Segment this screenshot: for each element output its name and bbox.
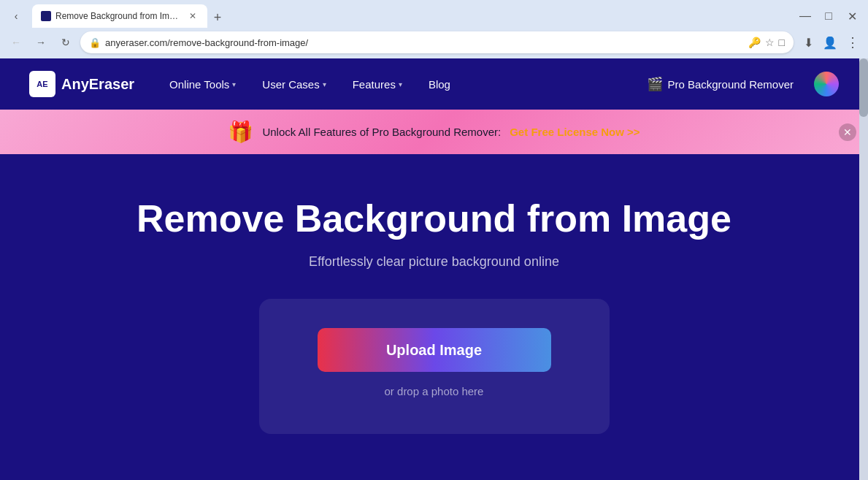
maximize-button[interactable]: □	[818, 6, 839, 26]
forward-button[interactable]: →	[31, 32, 51, 53]
close-button[interactable]: ✕	[842, 6, 862, 26]
hero-subtitle: Effortlessly clear picture background on…	[309, 254, 559, 270]
banner-text: Unlock All Features of Pro Background Re…	[262, 126, 501, 138]
address-icons: 🔑 ☆ □	[748, 37, 785, 48]
brand-name: AnyEraser	[61, 76, 134, 93]
tab-title: Remove Background from Imag...	[55, 11, 183, 21]
bookmark-icon: ☆	[765, 37, 775, 48]
gift-icon: 🎁	[228, 120, 253, 144]
navbar: AE AnyEraser Online Tools ▾ User Cases ▾…	[0, 58, 868, 110]
toolbar-icons: ⬇ 👤 ⋮	[798, 32, 862, 53]
tab-history-button[interactable]: ‹	[6, 6, 26, 26]
address-bar[interactable]: 🔒 anyeraser.com/remove-background-from-i…	[80, 31, 794, 53]
nav-online-tools[interactable]: Online Tools ▾	[164, 75, 242, 94]
upload-area[interactable]: Upload Image or drop a photo here	[259, 299, 610, 434]
logo[interactable]: AE AnyEraser	[29, 71, 134, 97]
nav-features[interactable]: Features ▾	[347, 75, 408, 94]
menu-button[interactable]: ⋮	[842, 32, 862, 53]
tab-favicon	[41, 11, 51, 21]
profile-button[interactable]: 👤	[820, 32, 840, 53]
scrollbar[interactable]	[859, 58, 868, 480]
new-tab-button[interactable]: +	[207, 7, 228, 28]
drop-text: or drop a photo here	[385, 385, 484, 397]
promo-banner: 🎁 Unlock All Features of Pro Background …	[0, 110, 868, 154]
password-icon: 🔑	[748, 37, 761, 48]
url-text: anyeraser.com/remove-background-from-ima…	[105, 37, 744, 48]
chevron-down-icon: ▾	[232, 80, 236, 88]
refresh-button[interactable]: ↻	[55, 32, 76, 53]
upload-image-button[interactable]: Upload Image	[318, 328, 551, 372]
minimize-button[interactable]: —	[795, 6, 815, 26]
scrollbar-thumb[interactable]	[859, 58, 868, 117]
banner-cta-link[interactable]: Get Free License Now >>	[510, 126, 640, 138]
extension-icon: □	[779, 37, 785, 48]
nav-blog[interactable]: Blog	[423, 75, 456, 94]
chevron-down-icon: ▾	[399, 80, 402, 88]
pro-background-remover-link[interactable]: 🎬 Pro Background Remover	[641, 73, 799, 95]
active-tab[interactable]: Remove Background from Imag... ✕	[32, 4, 207, 28]
hero-section: Remove Background from Image Effortlessl…	[0, 154, 868, 480]
back-button[interactable]: ←	[6, 32, 26, 53]
tab-close-button[interactable]: ✕	[187, 10, 199, 22]
page-title: Remove Background from Image	[137, 198, 731, 240]
nav-user-cases[interactable]: User Cases ▾	[256, 75, 331, 94]
download-button[interactable]: ⬇	[798, 32, 818, 53]
avatar[interactable]	[814, 72, 839, 96]
chevron-down-icon: ▾	[323, 80, 326, 88]
pro-icon: 🎬	[647, 76, 663, 92]
window-controls: — □ ✕	[795, 6, 862, 26]
banner-close-button[interactable]: ✕	[839, 123, 856, 141]
logo-icon: AE	[29, 71, 55, 97]
website-content: AE AnyEraser Online Tools ▾ User Cases ▾…	[0, 58, 868, 480]
